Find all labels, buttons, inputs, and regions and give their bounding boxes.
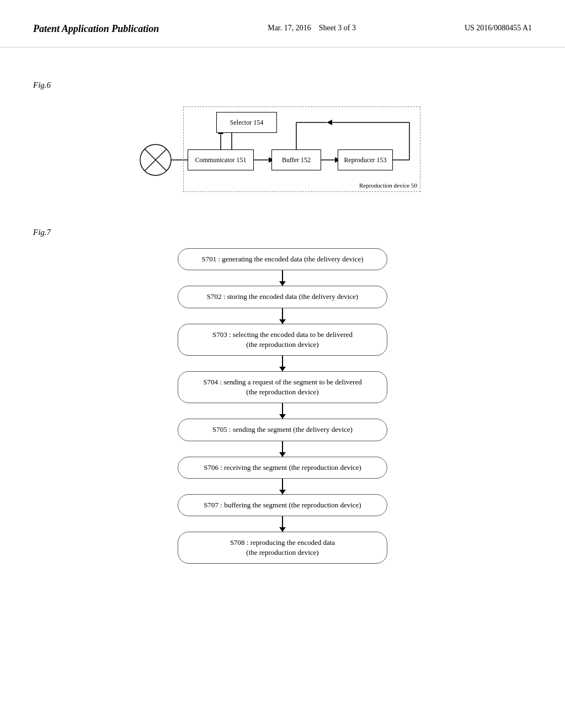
flow-arrow-4 <box>282 403 283 419</box>
fig6-label: Fig.6 <box>33 81 532 90</box>
step-s707-text: S707 : buffering the segment (the reprod… <box>204 501 361 509</box>
step-s705-text: S705 : sending the segment (the delivery… <box>212 425 353 433</box>
flow-step-s702: S702 : storing the encoded data (the del… <box>178 286 387 308</box>
flow-arrow-7 <box>282 516 283 532</box>
flow-arrow-2 <box>282 308 283 324</box>
flow-step-s708: S708 : reproducing the encoded data(the … <box>178 532 387 564</box>
flow-step-s704: S704 : sending a request of the segment … <box>178 371 387 403</box>
fig6-outer-container: Selector 154 Communicator 151 Buffer 152… <box>139 101 426 200</box>
step-s706-text: S706 : receiving the segment (the reprod… <box>204 463 361 472</box>
header-date-sheet: Mar. 17, 2016 Sheet 3 of 3 <box>268 22 356 34</box>
patent-number: US 2016/0080455 A1 <box>465 22 532 34</box>
flowchart-container: S701 : generating the encoded data (the … <box>167 248 398 564</box>
flow-arrow-5 <box>282 441 283 457</box>
step-s701-text: S701 : generating the encoded data (the … <box>201 255 363 263</box>
page-header: Patent Application Publication Mar. 17, … <box>0 0 565 47</box>
flow-arrow-6 <box>282 479 283 494</box>
fig7-flowchart: S701 : generating the encoded data (the … <box>33 248 532 564</box>
step-s702-text: S702 : storing the encoded data (the del… <box>207 292 358 301</box>
publication-title: Patent Application Publication <box>33 22 159 36</box>
flow-step-s703: S703 : selecting the encoded data to be … <box>178 324 387 356</box>
step-s704-text: S704 : sending a request of the segment … <box>203 378 361 396</box>
flow-step-s705: S705 : sending the segment (the delivery… <box>178 419 387 441</box>
step-s708-text: S708 : reproducing the encoded data(the … <box>230 538 335 556</box>
repro-device-label: Reproduction device 50 <box>359 182 417 189</box>
page-content: Fig.6 <box>0 47 565 591</box>
repro-device-box: Reproduction device 50 <box>183 106 420 192</box>
flow-step-s707: S707 : buffering the segment (the reprod… <box>178 494 387 516</box>
flow-arrow-1 <box>282 270 283 286</box>
publication-date: Mar. 17, 2016 <box>268 24 311 32</box>
flow-step-s701: S701 : generating the encoded data (the … <box>178 248 387 270</box>
fig6-diagram: Selector 154 Communicator 151 Buffer 152… <box>33 101 532 200</box>
flow-arrow-3 <box>282 356 283 371</box>
fig7-label: Fig.7 <box>33 228 532 237</box>
sheet-info: Sheet 3 of 3 <box>319 24 356 32</box>
step-s703-text: S703 : selecting the encoded data to be … <box>212 330 353 349</box>
flow-step-s706: S706 : receiving the segment (the reprod… <box>178 457 387 479</box>
